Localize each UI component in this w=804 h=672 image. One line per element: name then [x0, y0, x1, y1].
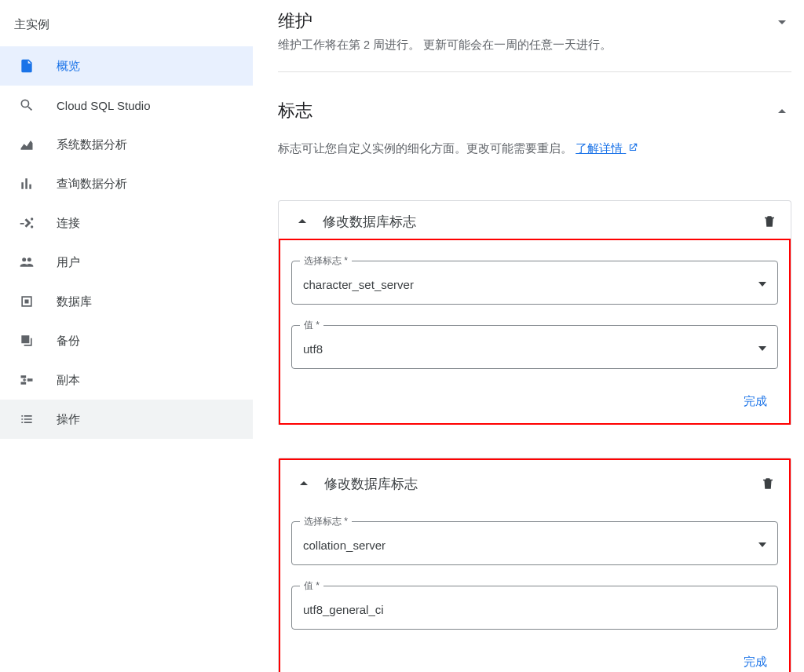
done-button[interactable]: 完成: [736, 388, 775, 415]
dropdown-arrow-icon: [758, 276, 766, 290]
field-value: utf8: [303, 342, 323, 356]
sidebar-item-label: 数据库: [57, 294, 92, 309]
done-button[interactable]: 完成: [736, 648, 775, 672]
chart-bar-icon: [19, 176, 57, 192]
database-icon: [19, 294, 57, 309]
dropdown-arrow-icon: [758, 340, 766, 354]
flags-description-text: 标志可让您自定义实例的细化方面。更改可能需要重启。: [278, 141, 572, 155]
sidebar-title: 主实例: [0, 6, 253, 46]
flags-section: 标志 标志可让您自定义实例的细化方面。更改可能需要重启。 了解详情 修改数据库标…: [278, 72, 791, 672]
flag-card-title: 修改数据库标志: [323, 213, 762, 231]
sidebar-item-label: 备份: [57, 334, 80, 349]
document-icon: [19, 58, 57, 74]
sidebar-item-cloud-sql-studio[interactable]: Cloud SQL Studio: [0, 86, 253, 125]
highlight-box: 选择标志 * character_set_server 值 * utf8 完成: [279, 239, 791, 425]
value-input[interactable]: 值 * utf8_general_ci: [291, 586, 778, 630]
sidebar-item-query-insights[interactable]: 查询数据分析: [0, 164, 253, 203]
sidebar-item-overview[interactable]: 概览: [0, 46, 253, 86]
field-value: character_set_server: [303, 278, 414, 291]
trash-icon[interactable]: [761, 476, 775, 491]
sidebar-item-system-insights[interactable]: 系统数据分析: [0, 125, 253, 164]
field-label: 值 *: [300, 579, 323, 593]
sidebar-item-databases[interactable]: 数据库: [0, 282, 253, 321]
highlight-box: 修改数据库标志 选择标志 * collation_server 值 * utf8…: [279, 458, 791, 672]
chart-area-icon: [19, 137, 57, 152]
sidebar-item-label: 系统数据分析: [57, 137, 127, 152]
sidebar-item-label: 查询数据分析: [57, 177, 127, 192]
flag-card-title: 修改数据库标志: [324, 475, 761, 493]
chevron-down-icon[interactable]: [773, 13, 791, 31]
sidebar-item-replicas[interactable]: 副本: [0, 360, 253, 400]
flags-description: 标志可让您自定义实例的细化方面。更改可能需要重启。 了解详情: [278, 141, 791, 156]
select-flag-dropdown[interactable]: 选择标志 * character_set_server: [291, 261, 778, 305]
flags-title: 标志: [278, 99, 312, 122]
sidebar: 主实例 概览 Cloud SQL Studio 系统数据分析 查询数据分析 连接…: [0, 0, 253, 672]
trash-icon[interactable]: [762, 214, 777, 229]
field-label: 选择标志 *: [300, 515, 352, 528]
maintenance-description: 维护工作将在第 2 周进行。 更新可能会在一周的任意一天进行。: [278, 38, 612, 53]
sidebar-item-label: 副本: [57, 373, 80, 388]
sidebar-item-connections[interactable]: 连接: [0, 203, 253, 243]
sidebar-item-users[interactable]: 用户: [0, 243, 253, 282]
sidebar-item-label: Cloud SQL Studio: [57, 99, 151, 112]
flag-card: 修改数据库标志 选择标志 * collation_server 值 * utf8…: [278, 458, 791, 672]
maintenance-title: 维护: [278, 9, 612, 33]
list-icon: [19, 411, 57, 427]
sidebar-item-label: 连接: [57, 216, 80, 231]
field-label: 选择标志 *: [300, 254, 352, 268]
field-label: 值 *: [300, 319, 323, 332]
sidebar-item-backups[interactable]: 备份: [0, 321, 253, 360]
maintenance-section: 维护 维护工作将在第 2 周进行。 更新可能会在一周的任意一天进行。: [278, 0, 791, 72]
chevron-up-icon[interactable]: [294, 474, 313, 493]
external-link-icon: [627, 142, 638, 153]
learn-more-link[interactable]: 了解详情: [576, 141, 638, 155]
dropdown-arrow-icon: [758, 536, 766, 550]
chevron-up-icon[interactable]: [773, 102, 791, 121]
chevron-up-icon[interactable]: [293, 212, 312, 231]
field-value: utf8_general_ci: [303, 603, 384, 616]
sidebar-item-label: 概览: [57, 59, 80, 74]
sidebar-item-operations[interactable]: 操作: [0, 400, 253, 439]
search-icon: [19, 97, 57, 113]
sidebar-item-label: 用户: [57, 255, 80, 270]
field-value: collation_server: [303, 539, 386, 552]
backup-icon: [19, 333, 57, 349]
flag-card: 修改数据库标志 选择标志 * character_set_server 值 * …: [278, 200, 791, 425]
replica-icon: [19, 372, 57, 388]
sidebar-item-label: 操作: [57, 412, 80, 427]
main-content: 维护 维护工作将在第 2 周进行。 更新可能会在一周的任意一天进行。 标志 标志…: [253, 0, 804, 672]
users-icon: [19, 254, 57, 270]
connect-icon: [19, 215, 57, 231]
select-flag-dropdown[interactable]: 选择标志 * collation_server: [291, 521, 778, 565]
value-dropdown[interactable]: 值 * utf8: [291, 325, 778, 369]
